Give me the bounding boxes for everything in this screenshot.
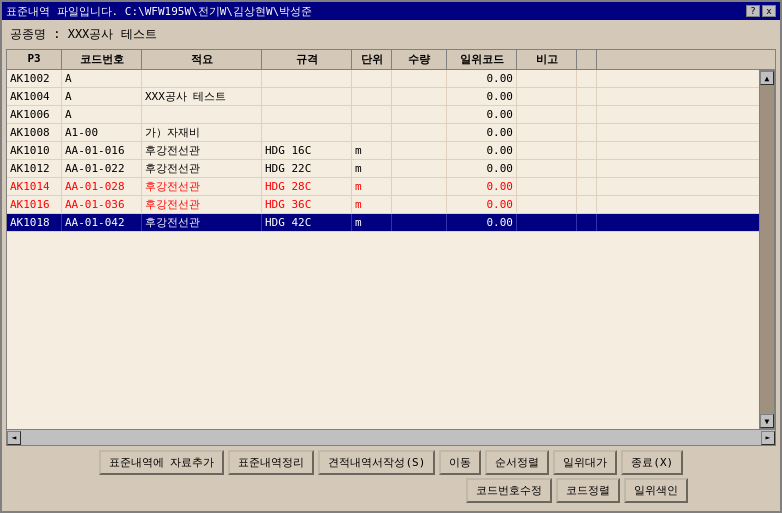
- cell-desc: 후강전선관: [142, 160, 262, 177]
- cell-p3: AK1004: [7, 88, 62, 105]
- cell-unitcode: 0.00: [447, 106, 517, 123]
- cell-extra: [577, 160, 597, 177]
- table-row[interactable]: AK1014AA-01-028후강전선관HDG 28Cm0.00: [7, 178, 759, 196]
- cell-spec: [262, 70, 352, 87]
- table-container: P3 코드번호 적요 규격 단위 수량 일위코드 비고 AK1002A0.00A…: [6, 49, 776, 446]
- cell-spec: HDG 42C: [262, 214, 352, 231]
- cell-p3: AK1016: [7, 196, 62, 213]
- scroll-right-button[interactable]: ►: [761, 431, 775, 445]
- cell-unitcode: 0.00: [447, 214, 517, 231]
- cell-p3: AK1012: [7, 160, 62, 177]
- header-note: 비고: [517, 50, 577, 69]
- scroll-up-button[interactable]: ▲: [760, 71, 774, 85]
- estimate-create-button[interactable]: 견적내역서작성(S): [318, 450, 435, 475]
- cell-note: [517, 106, 577, 123]
- content-area: 공종명 : XXX공사 테스트 P3 코드번호 적요 규격 단위 수량 일위코드…: [2, 20, 780, 511]
- cell-spec: [262, 124, 352, 141]
- footer-row-2: 코드번호수정 코드정렬 일위색인: [10, 478, 772, 503]
- move-button[interactable]: 이동: [439, 450, 481, 475]
- table-and-scroll: AK1002A0.00AK1004AXXX공사 테스트0.00AK1006A0.…: [7, 70, 775, 429]
- scroll-track[interactable]: [760, 85, 774, 414]
- cell-unitcode: 0.00: [447, 124, 517, 141]
- table-wrapper: P3 코드번호 적요 규격 단위 수량 일위코드 비고 AK1002A0.00A…: [6, 49, 776, 446]
- cell-unit: m: [352, 142, 392, 159]
- table-row[interactable]: AK1010AA-01-016후강전선관HDG 16Cm0.00: [7, 142, 759, 160]
- cell-spec: HDG 16C: [262, 142, 352, 159]
- code-edit-button[interactable]: 코드번호수정: [466, 478, 552, 503]
- cell-qty: [392, 196, 447, 213]
- header-unitcode: 일위코드: [447, 50, 517, 69]
- cell-extra: [577, 124, 597, 141]
- main-window: 표준내역 파일입니다. C:\WFW195W\전기W\김상현W\박성준 ? x …: [0, 0, 782, 513]
- vertical-scrollbar[interactable]: ▲ ▼: [759, 70, 775, 429]
- cell-unit: [352, 106, 392, 123]
- cell-note: [517, 88, 577, 105]
- cell-code: AA-01-028: [62, 178, 142, 195]
- table-row[interactable]: AK1018AA-01-042후강전선관HDG 42Cm0.00: [7, 214, 759, 232]
- cell-unit: [352, 70, 392, 87]
- code-sort-button[interactable]: 코드정렬: [556, 478, 620, 503]
- table-row[interactable]: AK1006A0.00: [7, 106, 759, 124]
- cell-note: [517, 124, 577, 141]
- cell-p3: AK1006: [7, 106, 62, 123]
- cell-desc: 가）자재비: [142, 124, 262, 141]
- cell-note: [517, 160, 577, 177]
- cell-spec: HDG 28C: [262, 178, 352, 195]
- horizontal-scrollbar[interactable]: ◄ ►: [7, 429, 775, 445]
- header-desc: 적요: [142, 50, 262, 69]
- cell-extra: [577, 106, 597, 123]
- horizontal-scroll-track[interactable]: [21, 431, 761, 445]
- cell-code: A1-00: [62, 124, 142, 141]
- cell-unit: [352, 88, 392, 105]
- cell-spec: [262, 88, 352, 105]
- table-row[interactable]: AK1004AXXX공사 테스트0.00: [7, 88, 759, 106]
- table-row[interactable]: AK1008A1-00가）자재비0.00: [7, 124, 759, 142]
- cell-unit: m: [352, 160, 392, 177]
- header-qty: 수량: [392, 50, 447, 69]
- scroll-left-button[interactable]: ◄: [7, 431, 21, 445]
- cell-unitcode: 0.00: [447, 70, 517, 87]
- cell-note: [517, 70, 577, 87]
- cell-p3: AK1002: [7, 70, 62, 87]
- cell-p3: AK1014: [7, 178, 62, 195]
- cell-extra: [577, 70, 597, 87]
- scroll-down-button[interactable]: ▼: [760, 414, 774, 428]
- unit-index-button[interactable]: 일위색인: [624, 478, 688, 503]
- cell-unit: m: [352, 214, 392, 231]
- close-button[interactable]: x: [762, 5, 776, 17]
- table-row[interactable]: AK1012AA-01-022후강전선관HDG 22Cm0.00: [7, 160, 759, 178]
- cell-note: [517, 196, 577, 213]
- add-data-button[interactable]: 표준내역에 자료추가: [99, 450, 225, 475]
- cell-desc: [142, 70, 262, 87]
- cell-unit: m: [352, 178, 392, 195]
- cell-code: A: [62, 88, 142, 105]
- cell-note: [517, 178, 577, 195]
- cell-extra: [577, 214, 597, 231]
- cell-p3: AK1008: [7, 124, 62, 141]
- cell-desc: XXX공사 테스트: [142, 88, 262, 105]
- standard-manage-button[interactable]: 표준내역정리: [228, 450, 314, 475]
- table-row[interactable]: AK1016AA-01-036후강전선관HDG 36Cm0.00: [7, 196, 759, 214]
- header-p3: P3: [7, 50, 62, 69]
- header-scroll: [577, 50, 597, 69]
- cell-code: A: [62, 70, 142, 87]
- cell-desc: [142, 106, 262, 123]
- close-button-footer[interactable]: 종료(X): [621, 450, 683, 475]
- cell-qty: [392, 88, 447, 105]
- unit-price-button[interactable]: 일위대가: [553, 450, 617, 475]
- table-body[interactable]: AK1002A0.00AK1004AXXX공사 테스트0.00AK1006A0.…: [7, 70, 759, 429]
- cell-qty: [392, 142, 447, 159]
- cell-code: A: [62, 106, 142, 123]
- footer-buttons: 표준내역에 자료추가 표준내역정리 견적내역서작성(S) 이동 순서정렬 일위대…: [6, 446, 776, 507]
- cell-qty: [392, 178, 447, 195]
- cell-spec: HDG 22C: [262, 160, 352, 177]
- header-code: 코드번호: [62, 50, 142, 69]
- cell-code: AA-01-022: [62, 160, 142, 177]
- title-bar: 표준내역 파일입니다. C:\WFW195W\전기W\김상현W\박성준 ? x: [2, 2, 780, 20]
- cell-unit: m: [352, 196, 392, 213]
- sort-order-button[interactable]: 순서정렬: [485, 450, 549, 475]
- header-unit: 단위: [352, 50, 392, 69]
- cell-unitcode: 0.00: [447, 178, 517, 195]
- table-row[interactable]: AK1002A0.00: [7, 70, 759, 88]
- help-button[interactable]: ?: [746, 5, 760, 17]
